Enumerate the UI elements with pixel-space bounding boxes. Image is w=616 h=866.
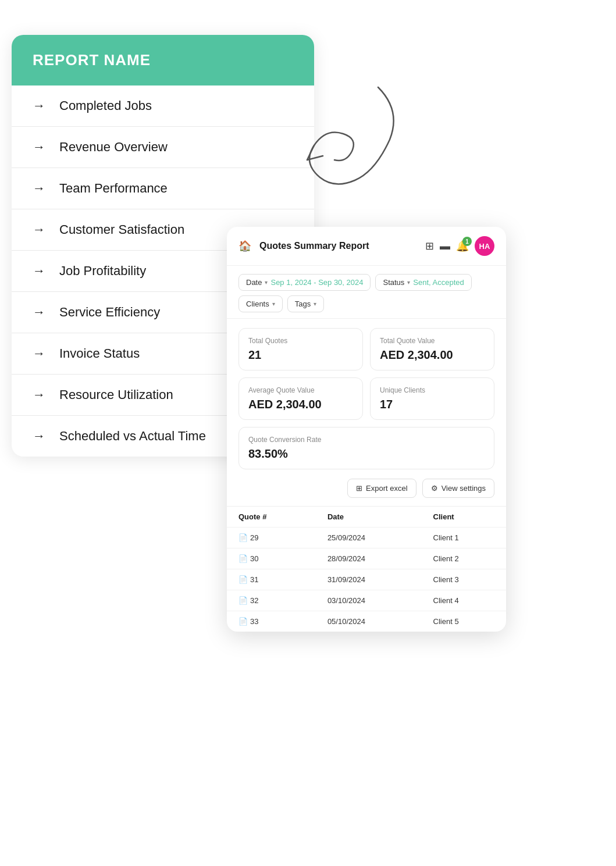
report-item-label: Team Performance — [59, 181, 168, 196]
table-header-row: Quote # Date Client — [227, 507, 506, 528]
status-filter[interactable]: Status ▾ Sent, Accepted — [375, 274, 471, 291]
clients-chevron: ▾ — [272, 301, 275, 307]
actions-row: ⊞ Export excel ⚙ View settings — [227, 479, 506, 506]
table-row[interactable]: 📄30 28/09/2024 Client 2 — [227, 548, 506, 569]
bell-badge: 1 — [462, 237, 472, 246]
tags-filter[interactable]: Tags ▾ — [287, 295, 324, 312]
report-header: 🏠 Quotes Summary Report ⊞ ▬ 🔔 1 HA — [227, 227, 506, 266]
doc-icon: 📄 — [238, 617, 248, 626]
right-panel: 🏠 Quotes Summary Report ⊞ ▬ 🔔 1 HA Date … — [227, 227, 506, 632]
export-label: Export excel — [366, 484, 408, 493]
report-item-label: Scheduled vs Actual Time — [59, 429, 206, 444]
stat-card-conversion-rate: Quote Conversion Rate 83.50% — [238, 427, 494, 469]
quote-date: 03/10/2024 — [316, 590, 422, 611]
report-item-label: Service Efficiency — [59, 305, 160, 320]
arrow-icon: → — [33, 429, 45, 444]
settings-icon: ⚙ — [431, 484, 438, 493]
quotes-table: Quote # Date Client 📄29 25/09/2024 Clien… — [227, 506, 506, 632]
quote-number: 📄33 — [227, 611, 316, 632]
table-row[interactable]: 📄32 03/10/2024 Client 4 — [227, 590, 506, 611]
clients-filter-label: Clients — [246, 300, 269, 308]
date-filter[interactable]: Date ▾ Sep 1, 2024 - Sep 30, 2024 — [238, 274, 371, 291]
stat-card-avg-quote-value: Average Quote Value AED 2,304.00 — [238, 377, 363, 420]
quote-number: 📄30 — [227, 548, 316, 569]
arrow-icon: → — [33, 140, 45, 155]
stat-value: AED 2,304.00 — [248, 398, 353, 411]
grid-icon[interactable]: ⊞ — [425, 240, 434, 252]
status-chevron: ▾ — [407, 279, 410, 286]
stat-label: Total Quotes — [248, 337, 353, 345]
col-quote: Quote # — [227, 507, 316, 528]
arrow-icon: → — [33, 346, 45, 361]
tags-chevron: ▾ — [314, 301, 316, 307]
report-item-label: Invoice Status — [59, 346, 140, 361]
table-row[interactable]: 📄29 25/09/2024 Client 1 — [227, 528, 506, 548]
quote-date: 28/09/2024 — [316, 548, 422, 569]
arrow-icon: → — [33, 305, 45, 320]
date-filter-value: Sep 1, 2024 - Sep 30, 2024 — [270, 278, 363, 287]
table-row[interactable]: 📄31 31/09/2024 Client 3 — [227, 569, 506, 590]
date-chevron: ▾ — [265, 279, 268, 286]
stat-value: 17 — [380, 398, 485, 411]
status-filter-label: Status — [383, 278, 404, 287]
col-client: Client — [422, 507, 506, 528]
settings-label: View settings — [441, 484, 486, 493]
report-item-completed-jobs[interactable]: → Completed Jobs — [12, 85, 314, 127]
report-panel-title: Quotes Summary Report — [259, 241, 419, 251]
home-icon[interactable]: 🏠 — [238, 240, 251, 252]
quote-date: 31/09/2024 — [316, 569, 422, 590]
doc-icon: 📄 — [238, 554, 248, 563]
col-date: Date — [316, 507, 422, 528]
report-name-title: REPORT NAME — [33, 51, 293, 69]
bell-wrap[interactable]: 🔔 1 — [456, 240, 469, 252]
header-icons: ⊞ ▬ 🔔 1 HA — [425, 236, 494, 256]
quote-date: 25/09/2024 — [316, 528, 422, 548]
quote-client: Client 1 — [422, 528, 506, 548]
left-panel-header: REPORT NAME — [12, 35, 314, 85]
arrow-icon: → — [33, 263, 45, 279]
stat-label: Unique Clients — [380, 386, 485, 394]
doc-icon: 📄 — [238, 533, 248, 542]
quote-number: 📄32 — [227, 590, 316, 611]
report-item-label: Resource Utilization — [59, 387, 173, 402]
stats-grid: Total Quotes 21 Total Quote Value AED 2,… — [227, 319, 506, 479]
quote-client: Client 4 — [422, 590, 506, 611]
table-row[interactable]: 📄33 05/10/2024 Client 5 — [227, 611, 506, 632]
avatar[interactable]: HA — [475, 236, 494, 256]
report-item-label: Completed Jobs — [59, 98, 152, 113]
view-settings-button[interactable]: ⚙ View settings — [422, 479, 494, 498]
arrow-icon: → — [33, 387, 45, 402]
tags-filter-label: Tags — [295, 300, 311, 308]
export-icon: ⊞ — [356, 484, 362, 493]
quote-number: 📄31 — [227, 569, 316, 590]
card-icon[interactable]: ▬ — [440, 240, 450, 252]
clients-filter[interactable]: Clients ▾ — [238, 295, 283, 312]
quote-client: Client 5 — [422, 611, 506, 632]
report-item-label: Job Profitability — [59, 263, 146, 279]
report-item-team-performance[interactable]: → Team Performance — [12, 168, 314, 209]
stat-card-total-quote-value: Total Quote Value AED 2,304.00 — [370, 328, 494, 370]
table-body: 📄29 25/09/2024 Client 1 📄30 28/09/2024 C… — [227, 528, 506, 632]
table-header: Quote # Date Client — [227, 507, 506, 528]
arrow-icon: → — [33, 98, 45, 113]
stat-card-total-quotes: Total Quotes 21 — [238, 328, 363, 370]
export-excel-button[interactable]: ⊞ Export excel — [347, 479, 416, 498]
doc-icon: 📄 — [238, 596, 248, 605]
quote-client: Client 3 — [422, 569, 506, 590]
stat-card-unique-clients: Unique Clients 17 — [370, 377, 494, 420]
stat-value: 21 — [248, 348, 353, 362]
stat-label: Quote Conversion Rate — [248, 436, 485, 444]
report-item-label: Revenue Overview — [59, 140, 168, 155]
stat-value: AED 2,304.00 — [380, 348, 485, 362]
stat-label: Total Quote Value — [380, 337, 485, 345]
quote-number: 📄29 — [227, 528, 316, 548]
arrow-icon: → — [33, 222, 45, 237]
stat-value: 83.50% — [248, 447, 485, 461]
report-item-revenue-overview[interactable]: → Revenue Overview — [12, 127, 314, 168]
arrow-icon: → — [33, 181, 45, 196]
report-item-label: Customer Satisfaction — [59, 222, 184, 237]
quote-date: 05/10/2024 — [316, 611, 422, 632]
quote-client: Client 2 — [422, 548, 506, 569]
date-filter-label: Date — [246, 278, 262, 287]
doc-icon: 📄 — [238, 575, 248, 584]
